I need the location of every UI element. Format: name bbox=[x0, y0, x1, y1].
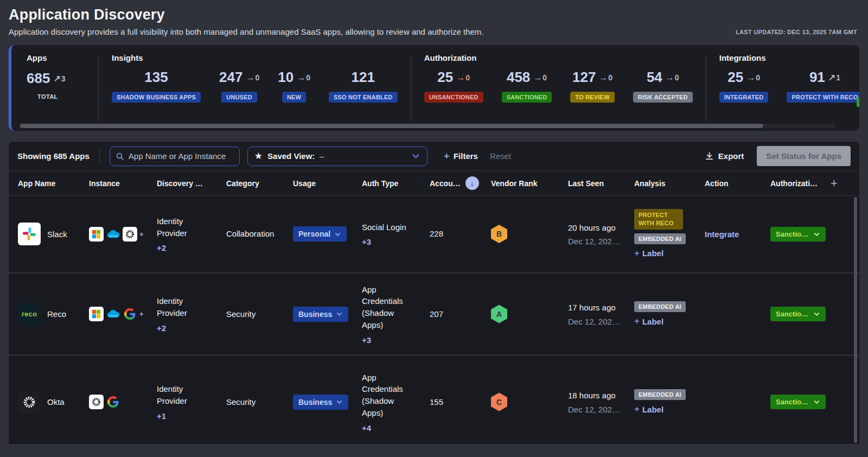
stats-summary-card: Apps 685 ↗3 TOTAL Insights135SHADOW BUSI… bbox=[9, 45, 859, 131]
discovery-cell: Identity Provider+1 bbox=[148, 383, 217, 421]
chevron-down-icon bbox=[813, 231, 820, 238]
add-column-button[interactable]: + bbox=[822, 176, 859, 191]
last-seen-cell: 17 hours agoDec 12, 202… bbox=[559, 302, 625, 326]
filters-button[interactable]: + Filters bbox=[444, 151, 478, 161]
app-name: Reco bbox=[47, 309, 66, 319]
stat-item: 54→0RISK ACCEPTED bbox=[633, 69, 693, 103]
salesforce-instance-icon: salesforce bbox=[106, 227, 120, 242]
column-header-analysis[interactable]: Analysis bbox=[625, 179, 695, 188]
usage-dropdown[interactable]: Business bbox=[293, 395, 348, 410]
instance-cell: salesforce+ bbox=[80, 307, 148, 321]
usage-value: Personal bbox=[298, 230, 330, 238]
stat-badge: TO REVIEW bbox=[570, 92, 614, 103]
accounts-cell: 228 bbox=[420, 228, 482, 240]
discovery-more-link[interactable]: +1 bbox=[157, 411, 166, 421]
usage-cell: Business bbox=[284, 395, 353, 410]
stats-apps-header: Apps bbox=[27, 53, 85, 62]
okta-app-icon bbox=[18, 391, 41, 414]
saved-view-dropdown[interactable]: ★ Saved View: – bbox=[247, 147, 427, 166]
column-header-category[interactable]: Category bbox=[217, 179, 284, 188]
search-input[interactable] bbox=[129, 151, 234, 161]
authorization-dropdown[interactable]: Sanctio… bbox=[770, 307, 826, 321]
category-value: Security bbox=[226, 396, 256, 408]
auth-type-more-link[interactable]: +3 bbox=[362, 237, 371, 246]
column-header-label: Action bbox=[705, 179, 729, 188]
column-header-authorizati[interactable]: Authorizati… bbox=[761, 179, 822, 188]
last-seen-date: Dec 12, 202… bbox=[568, 237, 620, 246]
add-label-button[interactable]: +Label bbox=[634, 404, 663, 415]
stats-scrollbar-thumb[interactable] bbox=[20, 124, 763, 128]
stats-section-integrations: Integrations25→0INTEGRATED91↗1PROTECT WI… bbox=[719, 53, 859, 131]
discovery-more-link[interactable]: +2 bbox=[157, 323, 166, 333]
discovery-more-link[interactable]: +2 bbox=[157, 243, 166, 252]
stat-item: 458→0SANCTIONED bbox=[502, 69, 552, 103]
stat-badge: INTEGRATED bbox=[719, 92, 769, 103]
accounts-cell: 207 bbox=[420, 308, 482, 320]
set-status-button[interactable]: Set Status for Apps bbox=[757, 146, 851, 166]
usage-dropdown[interactable]: Personal bbox=[293, 226, 347, 242]
column-header-label: Authorizati… bbox=[770, 179, 818, 188]
accounts-count: 228 bbox=[430, 228, 443, 240]
analysis-cell: PROTECT WITH RECOEMBEDDED AI+Label bbox=[625, 209, 695, 259]
stats-horizontal-scrollbar[interactable] bbox=[19, 124, 835, 128]
stat-value: 91 bbox=[809, 69, 825, 86]
accounts-count: 207 bbox=[430, 308, 443, 320]
table-header-row: App NameInstanceDiscovery …CategoryUsage… bbox=[9, 171, 859, 196]
auth-type-value: App Credentials (Shadow Apps) bbox=[362, 372, 412, 419]
plus-icon: + bbox=[634, 404, 640, 415]
saved-view-value: – bbox=[320, 151, 324, 161]
add-label-button[interactable]: +Label bbox=[634, 316, 663, 327]
table-row[interactable]: OktaIdentity Provider+1SecurityBusinessA… bbox=[9, 356, 859, 444]
table-vertical-scrollbar[interactable] bbox=[854, 197, 857, 443]
sort-descending-icon[interactable]: ↓ bbox=[465, 176, 479, 190]
column-header-action[interactable]: Action bbox=[695, 179, 761, 188]
column-header-vendor-rank[interactable]: Vendor Rank bbox=[482, 179, 559, 188]
column-header-label: Accou… bbox=[430, 179, 461, 188]
column-header-label: Vendor Rank bbox=[491, 179, 538, 188]
stat-value: 121 bbox=[352, 69, 375, 86]
column-header-auth-type[interactable]: Auth Type bbox=[353, 179, 420, 188]
stat-badge: SHADOW BUSINESS APPS bbox=[112, 92, 201, 103]
plus-icon: + bbox=[634, 248, 640, 259]
embedded-ai-badge: EMBEDDED AI bbox=[634, 301, 686, 312]
apps-trend: ↗3 bbox=[53, 73, 65, 84]
column-header-discovery[interactable]: Discovery … bbox=[148, 179, 217, 188]
reset-button[interactable]: Reset bbox=[490, 151, 511, 161]
auth-type-cell: Social Login+3 bbox=[353, 221, 420, 247]
authorization-cell: Sanctio… bbox=[761, 307, 822, 321]
auth-type-more-link[interactable]: +3 bbox=[362, 335, 371, 345]
app-name-cell: Okta bbox=[9, 391, 80, 414]
usage-dropdown[interactable]: Business bbox=[293, 307, 348, 322]
column-header-usage[interactable]: Usage bbox=[284, 179, 353, 188]
app-search-box[interactable] bbox=[110, 147, 240, 166]
column-header-last-seen[interactable]: Last Seen bbox=[559, 179, 625, 188]
embedded-ai-badge: EMBEDDED AI bbox=[634, 233, 686, 244]
authorization-value: Sanctio… bbox=[776, 310, 808, 318]
authorization-dropdown[interactable]: Sanctio… bbox=[770, 395, 826, 409]
stat-item: 25→0INTEGRATED bbox=[719, 69, 769, 103]
integrate-action-link[interactable]: Integrate bbox=[705, 230, 739, 239]
trend-up-icon: ↗ bbox=[828, 72, 835, 82]
usage-value: Business bbox=[298, 398, 332, 407]
add-label-button[interactable]: +Label bbox=[634, 248, 663, 259]
auth-type-more-link[interactable]: +4 bbox=[362, 423, 371, 433]
table-row[interactable]: Slacksalesforce+Identity Provider+2Colla… bbox=[9, 196, 859, 274]
last-seen-date: Dec 12, 202… bbox=[568, 317, 620, 326]
column-header-app-name[interactable]: App Name bbox=[9, 179, 80, 188]
auth-type-cell: App Credentials (Shadow Apps)+4 bbox=[353, 372, 420, 433]
stat-item: 127→0TO REVIEW bbox=[570, 69, 614, 103]
add-label-text: Label bbox=[642, 317, 663, 326]
export-button[interactable]: Export bbox=[705, 151, 744, 161]
stats-apps-block: Apps 685 ↗3 TOTAL bbox=[27, 53, 85, 131]
last-seen-relative: 20 hours ago bbox=[568, 222, 616, 234]
table-toolbar: Showing 685 Apps ★ Saved View: – + Filte… bbox=[9, 142, 859, 171]
vendor-rank-badge: B bbox=[491, 225, 507, 243]
table-row[interactable]: recoRecosalesforce+Identity Provider+2Se… bbox=[9, 274, 859, 356]
stat-badge: PROTECT WITH RECO bbox=[787, 92, 859, 103]
instances-more-link[interactable]: + bbox=[139, 310, 144, 318]
column-header-instance[interactable]: Instance bbox=[80, 179, 148, 188]
auth-type-cell: App Credentials (Shadow Apps)+3 bbox=[353, 284, 420, 345]
authorization-dropdown[interactable]: Sanctio… bbox=[770, 227, 826, 242]
column-header-accou[interactable]: Accou…↓ bbox=[420, 176, 482, 190]
instances-more-link[interactable]: + bbox=[139, 230, 144, 238]
